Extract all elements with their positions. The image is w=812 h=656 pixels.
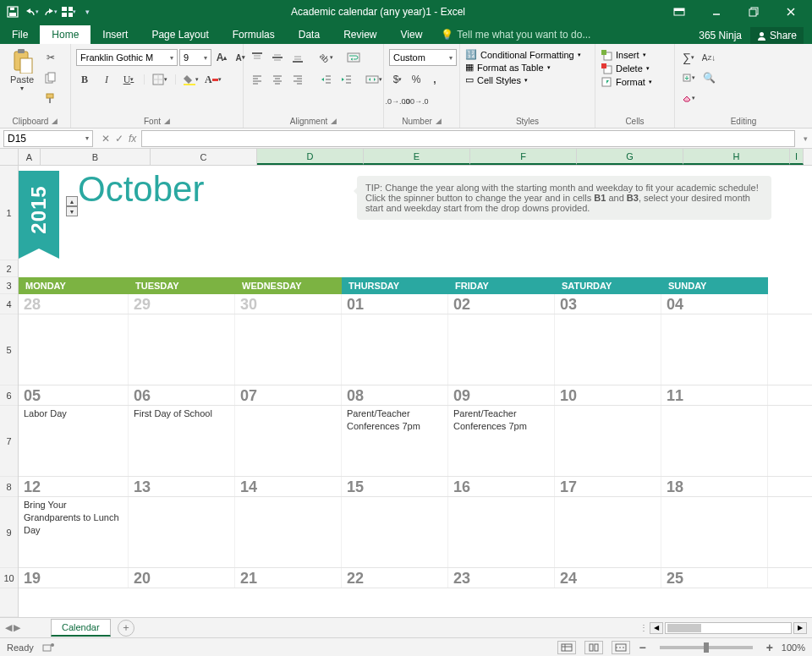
comma-icon[interactable]: , [426,71,443,88]
percent-icon[interactable]: % [408,71,425,88]
date-number[interactable]: 20 [129,568,235,588]
date-number[interactable]: 23 [448,568,555,588]
align-right-icon[interactable] [289,71,306,88]
tab-file[interactable]: File [0,25,40,44]
tab-view[interactable]: View [389,25,435,44]
column-header-H[interactable]: H [683,149,790,165]
column-header-B[interactable]: B [41,149,151,165]
date-number[interactable]: 15 [342,477,448,496]
column-header-D[interactable]: D [257,149,364,165]
event-cell[interactable]: Bring Your Grandparents to Lunch Day [19,497,129,567]
row-header-3[interactable]: 3 [0,277,18,294]
row-header-6[interactable]: 6 [0,385,18,406]
column-header-A[interactable]: A [19,149,41,165]
date-number[interactable]: 01 [342,294,448,314]
zoom-in-icon[interactable]: + [766,641,773,654]
cell-styles-button[interactable]: ▭Cell Styles▾ [465,74,528,85]
date-number[interactable]: 13 [129,477,235,496]
share-button[interactable]: Share [750,27,804,44]
ribbon-options-icon[interactable] [661,0,697,24]
fill-color-icon[interactable]: ▾ [183,71,200,88]
event-cell[interactable] [235,497,342,567]
merge-center-icon[interactable]: ▾ [365,71,382,88]
date-number[interactable]: 29 [129,294,235,314]
decrease-indent-icon[interactable] [318,71,335,88]
conditional-formatting-button[interactable]: 🔢Conditional Formatting▾ [465,49,581,60]
event-cell[interactable] [555,497,661,567]
date-number[interactable]: 03 [555,294,661,314]
event-cell[interactable] [555,314,661,385]
column-header-G[interactable]: G [577,149,683,165]
tab-insert[interactable]: Insert [91,25,140,44]
date-number[interactable]: 19 [19,568,129,588]
zoom-out-icon[interactable]: − [639,641,645,654]
horizontal-scrollbar[interactable]: ⋮ ◀ ▶ [639,622,812,634]
event-cell[interactable]: Parent/Teacher Conferences 7pm [342,406,448,476]
scroll-left-icon[interactable]: ◀ [650,622,663,634]
orientation-icon[interactable]: ab▾ [318,49,335,66]
tab-data[interactable]: Data [287,25,332,44]
date-number[interactable]: 14 [235,477,342,496]
zoom-slider[interactable] [660,646,753,649]
cancel-entry-icon[interactable]: ✕ [102,133,110,145]
dialog-launcher-icon[interactable]: ◢ [331,117,337,125]
save-icon[interactable] [5,4,20,19]
spinner-down-icon[interactable]: ▼ [66,206,78,216]
paste-button[interactable]: Paste▾ [5,46,39,94]
fill-icon[interactable]: ▾ [680,69,697,86]
wrap-text-icon[interactable] [345,49,362,66]
increase-indent-icon[interactable] [338,71,355,88]
date-number[interactable]: 06 [129,385,235,405]
sheet-nav-prev-icon[interactable]: ◀ [5,622,12,633]
zoom-percent[interactable]: 100% [782,642,805,653]
align-bottom-icon[interactable] [289,49,306,66]
name-box[interactable]: D15▾ [3,130,93,147]
currency-icon[interactable]: $▾ [389,71,406,88]
dialog-launcher-icon[interactable]: ◢ [164,117,170,125]
sheet-tab-calendar[interactable]: Calendar [51,619,111,637]
dialog-launcher-icon[interactable]: ◢ [52,117,58,125]
autosum-icon[interactable]: ∑▾ [680,49,697,66]
tab-review[interactable]: Review [332,25,388,44]
date-number[interactable]: 30 [235,294,342,314]
date-number[interactable]: 11 [661,385,768,405]
date-number[interactable]: 22 [342,568,448,588]
date-number[interactable]: 28 [19,294,129,314]
column-header-I[interactable]: I [790,149,804,165]
row-header-9[interactable]: 9 [0,497,18,568]
row-header-10[interactable]: 10 [0,568,18,588]
fx-icon[interactable]: fx [129,133,136,145]
account-name[interactable]: 365 Ninja [699,30,742,41]
event-cell[interactable]: First Day of School [129,406,235,476]
row-header-2[interactable]: 2 [0,260,18,277]
cut-icon[interactable]: ✂ [42,49,59,66]
format-cells-button[interactable]: Format▾ [601,76,652,88]
tab-home[interactable]: Home [40,25,91,44]
new-sheet-button[interactable]: ＋ [118,620,134,637]
row-header-5[interactable]: 5 [0,314,18,385]
date-number[interactable]: 10 [555,385,661,405]
page-break-view-icon[interactable] [612,641,630,654]
increase-font-icon[interactable]: A▴ [213,49,230,66]
italic-icon[interactable]: I [98,71,115,88]
format-as-table-button[interactable]: ▦Format as Table▾ [465,62,551,73]
tab-page-layout[interactable]: Page Layout [140,25,220,44]
redo-icon[interactable]: ▾ [42,4,58,19]
minimize-icon[interactable] [699,0,734,24]
undo-icon[interactable]: ▾ [24,4,39,19]
column-header-E[interactable]: E [364,149,470,165]
event-cell[interactable]: Labor Day [19,406,129,476]
align-middle-icon[interactable] [269,49,286,66]
column-header-C[interactable]: C [151,149,257,165]
date-number[interactable]: 16 [448,477,555,496]
event-cell[interactable] [661,314,768,385]
row-header-1[interactable]: 1 [0,166,18,260]
macro-record-icon[interactable] [42,642,54,653]
event-cell[interactable] [555,406,661,476]
font-name-combo[interactable]: Franklin Gothic M▾ [76,49,178,66]
formula-input[interactable] [141,130,795,147]
event-cell[interactable] [342,497,448,567]
row-header-8[interactable]: 8 [0,477,18,497]
dialog-launcher-icon[interactable]: ◢ [436,117,442,125]
column-header-F[interactable]: F [470,149,577,165]
